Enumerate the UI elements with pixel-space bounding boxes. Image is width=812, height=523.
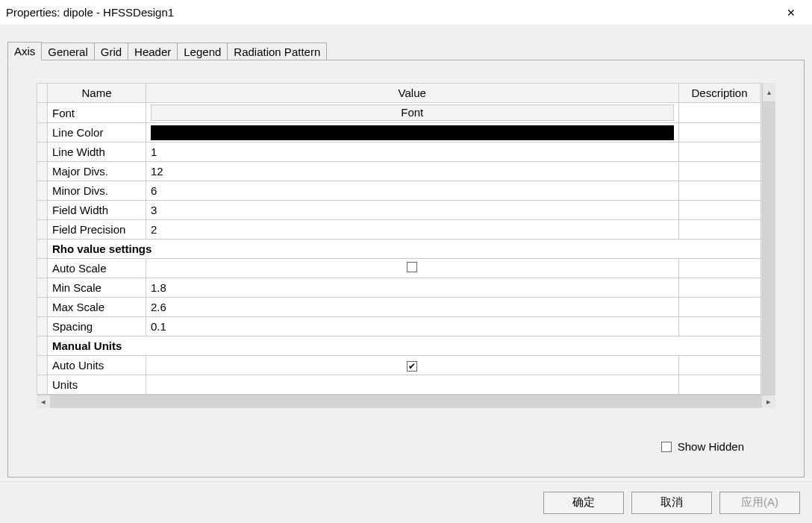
prop-name: Max Scale (48, 298, 146, 317)
row-handle[interactable] (37, 162, 48, 181)
apply-button[interactable]: 应用(A) (719, 492, 800, 514)
prop-value[interactable] (146, 375, 679, 395)
checkbox-auto-units[interactable]: ✔ (407, 361, 417, 372)
checkbox-show-hidden[interactable] (661, 442, 672, 452)
scroll-up-button[interactable]: ▴ (762, 83, 775, 102)
prop-value-cell[interactable]: Font (146, 103, 679, 123)
row-group-rho: Rho value settings (37, 239, 776, 259)
prop-name: Major Divs. (48, 162, 146, 181)
horizontal-scrollbar[interactable]: ◂ ▸ (37, 395, 775, 408)
vertical-scrollbar[interactable] (762, 102, 775, 395)
row-handle[interactable] (37, 220, 48, 239)
prop-name: Spacing (48, 317, 146, 336)
tab-header[interactable]: Header (128, 43, 178, 60)
prop-value[interactable]: 2.6 (146, 298, 679, 317)
property-grid: Name Value Description Font Font (37, 83, 775, 395)
prop-value-cell[interactable] (146, 123, 679, 143)
row-spacing: Spacing 0.1 (37, 317, 776, 336)
row-handle[interactable] (37, 143, 48, 162)
prop-name: Field Width (48, 201, 146, 220)
row-handle[interactable] (37, 239, 48, 259)
row-handle[interactable] (37, 298, 48, 317)
prop-name: Units (48, 375, 146, 395)
prop-desc[interactable] (678, 220, 761, 239)
scroll-right-button[interactable]: ▸ (762, 395, 775, 409)
row-handle[interactable] (37, 259, 48, 278)
prop-value-cell[interactable] (146, 259, 679, 278)
grid-header: Name Value Description (37, 84, 776, 103)
prop-name: Min Scale (48, 278, 146, 298)
prop-desc[interactable] (678, 143, 761, 162)
row-handle[interactable] (37, 103, 48, 123)
close-button[interactable]: ✕ (776, 1, 806, 24)
cancel-button[interactable]: 取消 (631, 492, 712, 514)
row-handle[interactable] (37, 123, 48, 143)
dialog-footer: 确定 取消 应用(A) (0, 481, 812, 523)
prop-value-cell[interactable]: ✔ (146, 356, 679, 375)
row-auto-scale: Auto Scale (37, 259, 776, 278)
prop-value[interactable]: 2 (146, 220, 679, 239)
prop-desc[interactable] (678, 201, 761, 220)
ok-button[interactable]: 确定 (543, 492, 624, 514)
row-handle[interactable] (37, 356, 48, 375)
prop-value[interactable]: 1.8 (146, 278, 679, 298)
prop-value[interactable]: 6 (146, 181, 679, 201)
prop-desc[interactable] (678, 298, 761, 317)
row-selector-header (37, 84, 48, 103)
row-min-scale: Min Scale 1.8 (37, 278, 776, 298)
prop-desc[interactable] (678, 278, 761, 298)
prop-desc[interactable] (678, 356, 761, 375)
prop-desc[interactable] (678, 103, 761, 123)
prop-desc[interactable] (678, 181, 761, 201)
font-button[interactable]: Font (151, 104, 674, 121)
prop-name: Minor Divs. (48, 181, 146, 201)
tab-radiation-pattern[interactable]: Radiation Pattern (227, 43, 327, 60)
show-hidden-control: Show Hidden (661, 440, 744, 453)
prop-name: Line Color (48, 123, 146, 143)
prop-desc[interactable] (678, 259, 761, 278)
tab-grid[interactable]: Grid (94, 43, 128, 60)
chevron-right-icon: ▸ (766, 397, 771, 407)
property-grid-container: ▴ Name Value (37, 83, 775, 408)
scroll-left-button[interactable]: ◂ (37, 395, 50, 409)
row-font: Font Font (37, 103, 776, 123)
tab-legend[interactable]: Legend (177, 43, 228, 60)
prop-desc[interactable] (678, 317, 761, 336)
prop-value[interactable]: 1 (146, 143, 679, 162)
properties-dialog: Properties: dipole - HFSSDesign1 ✕ Axis … (0, 0, 812, 523)
row-handle[interactable] (37, 317, 48, 336)
window-title: Properties: dipole - HFSSDesign1 (6, 6, 776, 19)
row-line-color: Line Color (37, 123, 776, 143)
row-handle[interactable] (37, 278, 48, 298)
row-minor-divs: Minor Divs. 6 (37, 181, 776, 201)
tab-general[interactable]: General (41, 43, 94, 60)
prop-value[interactable]: 3 (146, 201, 679, 220)
row-handle[interactable] (37, 201, 48, 220)
prop-name: Field Precision (48, 220, 146, 239)
prop-name: Auto Units (48, 356, 146, 375)
hscroll-track[interactable] (50, 395, 762, 408)
prop-name: Font (48, 103, 146, 123)
chevron-up-icon: ▴ (767, 88, 771, 96)
prop-name: Line Width (48, 143, 146, 162)
column-value[interactable]: Value (146, 84, 679, 103)
prop-desc[interactable] (678, 162, 761, 181)
column-description[interactable]: Description (678, 84, 761, 103)
color-swatch[interactable] (151, 125, 674, 140)
row-auto-units: Auto Units ✔ (37, 356, 776, 375)
column-name[interactable]: Name (48, 84, 146, 103)
prop-value[interactable]: 0.1 (146, 317, 679, 336)
row-handle[interactable] (37, 181, 48, 201)
prop-desc[interactable] (678, 123, 761, 143)
row-units: Units (37, 375, 776, 395)
row-field-width: Field Width 3 (37, 201, 776, 220)
group-header: Manual Units (48, 336, 761, 356)
row-handle[interactable] (37, 336, 48, 356)
prop-value[interactable]: 12 (146, 162, 679, 181)
dialog-content: Axis General Grid Header Legend Radiatio… (0, 25, 812, 481)
prop-desc[interactable] (678, 375, 761, 395)
row-handle[interactable] (37, 375, 48, 395)
row-line-width: Line Width 1 (37, 143, 776, 162)
checkbox-auto-scale[interactable] (407, 262, 417, 272)
tab-axis[interactable]: Axis (7, 42, 42, 60)
